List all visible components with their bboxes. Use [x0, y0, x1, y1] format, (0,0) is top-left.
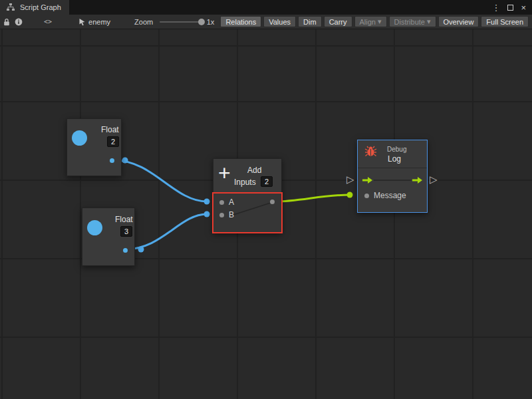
node-category: Debug	[387, 146, 406, 153]
menu-icon[interactable]: ⋮	[491, 3, 500, 13]
toolbar-buttons: Relations Values Dim Carry Align▾ Distri…	[218, 16, 531, 27]
port-label: B	[229, 210, 234, 219]
port-row-a[interactable]: A	[219, 197, 234, 207]
flow-input-port[interactable]	[362, 176, 373, 186]
port-label: Message	[374, 191, 406, 200]
graph-selector[interactable]: enemy	[78, 18, 110, 26]
add-icon: +	[218, 161, 231, 185]
float-value-port[interactable]	[87, 220, 102, 235]
wire-float1-to-add-a	[114, 160, 207, 201]
add-node[interactable]: + Add Inputs 2 A B	[213, 158, 282, 233]
float-output-port[interactable]	[123, 248, 128, 253]
node-title: Log	[388, 154, 401, 164]
debug-log-node[interactable]: Debug Log Message	[357, 140, 428, 213]
zoom-slider-handle[interactable]	[198, 19, 205, 25]
node-divider	[358, 168, 427, 168]
node-title: Float	[101, 125, 119, 134]
align-button[interactable]: Align▾	[354, 16, 387, 27]
info-icon[interactable]	[15, 17, 23, 27]
add-output-port[interactable]	[270, 200, 275, 204]
message-port-row[interactable]: Message	[364, 190, 406, 201]
overview-button[interactable]: Overview	[438, 16, 479, 27]
port-label: A	[229, 198, 234, 207]
float-output-port[interactable]	[110, 158, 114, 163]
flow-entry-triangle-icon[interactable]: ▷	[346, 174, 354, 184]
tab-bar: Script Graph ⋮ ×	[0, 0, 532, 15]
input-port-a[interactable]	[219, 200, 224, 205]
tab-title: Script Graph	[20, 3, 61, 11]
pointer-icon	[78, 18, 86, 26]
float-node-1[interactable]: Float 2	[66, 118, 122, 176]
float-value-port[interactable]	[72, 130, 87, 146]
relations-button[interactable]: Relations	[220, 16, 261, 27]
flow-output-port[interactable]	[412, 176, 423, 186]
float-value-field[interactable]: 2	[107, 136, 119, 147]
graph-tab-icon	[5, 2, 16, 13]
float-node-2[interactable]: Float 3	[82, 207, 135, 266]
bug-icon	[364, 144, 377, 158]
zoom-label: Zoom	[134, 18, 153, 26]
node-title: Add	[247, 166, 261, 175]
add-ports-section-selected[interactable]: A B	[212, 192, 283, 233]
lock-icon[interactable]	[3, 17, 11, 27]
maximize-icon[interactable]	[507, 5, 513, 11]
carry-button[interactable]: Carry	[324, 16, 352, 27]
wire-add-to-log-message	[274, 195, 350, 201]
flow-exit-triangle-icon[interactable]: ▷	[430, 174, 438, 184]
tab-script-graph[interactable]: Script Graph	[0, 0, 69, 15]
node-title: Float	[115, 215, 133, 224]
inputs-label: Inputs	[234, 178, 256, 187]
wire-endpoint-dot	[347, 192, 353, 198]
graph-name-label: enemy	[88, 18, 110, 26]
values-button[interactable]: Values	[263, 16, 296, 27]
float-value-field[interactable]: 3	[120, 226, 132, 237]
code-icon[interactable]: <>	[44, 18, 52, 25]
chevron-down-icon: ▾	[427, 17, 431, 26]
fullscreen-button[interactable]: Full Screen	[481, 16, 529, 27]
wire-endpoint-dot	[204, 199, 210, 205]
graph-toolbar: <> enemy Zoom 1x Relations Values Dim Ca…	[0, 15, 532, 29]
port-row-b[interactable]: B	[219, 209, 234, 220]
close-icon[interactable]: ×	[521, 3, 526, 13]
zoom-slider[interactable]	[160, 21, 201, 23]
message-input-port[interactable]	[364, 194, 369, 198]
window-controls: ⋮ ×	[491, 0, 532, 15]
distribute-button[interactable]: Distribute▾	[389, 16, 436, 27]
inputs-count-field[interactable]: 2	[261, 176, 273, 187]
wire-endpoint-dot	[122, 158, 128, 164]
zoom-value: 1x	[207, 18, 215, 26]
wire-endpoint-dot	[204, 211, 210, 217]
input-port-b[interactable]	[219, 213, 224, 217]
wire-endpoint-dot	[138, 247, 144, 253]
chevron-down-icon: ▾	[378, 17, 382, 26]
graph-canvas[interactable]: Float 2 Float 3 + Add Inputs 2 A	[0, 29, 532, 399]
unity-window: Script Graph ⋮ × <> enem	[0, 0, 532, 399]
wire-float2-to-add-b	[125, 214, 207, 249]
dim-button[interactable]: Dim	[298, 16, 322, 27]
